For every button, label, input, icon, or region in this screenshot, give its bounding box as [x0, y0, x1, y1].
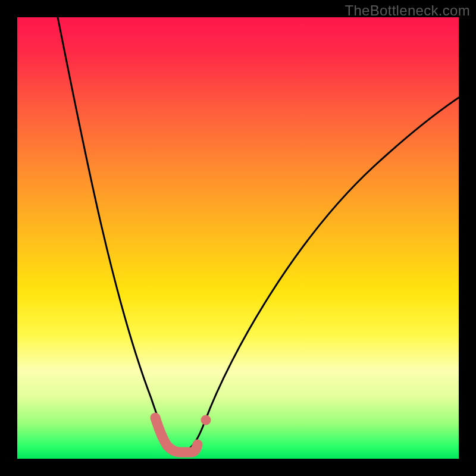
watermark-text: TheBottleneck.com: [345, 2, 470, 19]
bottleneck-curve-svg: [17, 17, 459, 459]
chart-plot-area: [17, 17, 459, 459]
bottleneck-curve-path: [58, 17, 459, 451]
trough-marker-segment: [155, 418, 198, 452]
isolated-marker-dot: [201, 415, 211, 425]
